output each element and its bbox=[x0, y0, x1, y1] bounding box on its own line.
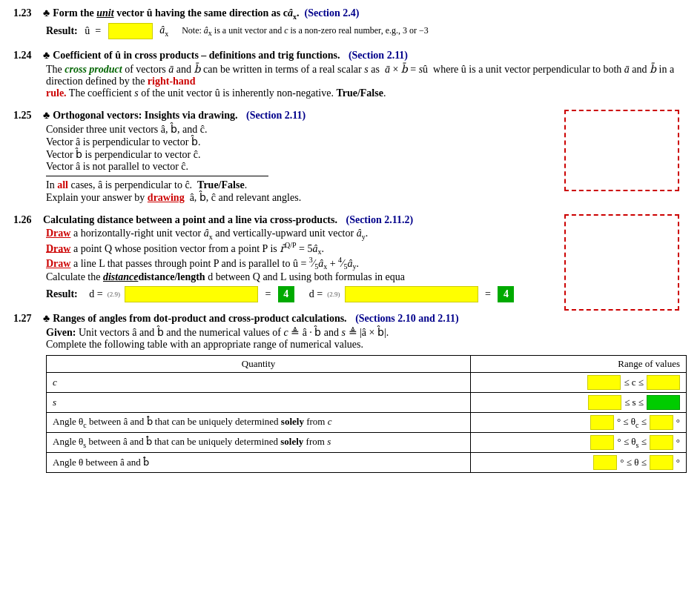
problem-1-24-text2: rule. The coefficient s of the unit vect… bbox=[46, 87, 687, 99]
problem-1-23-title: Form the unit vector û having the same d… bbox=[53, 7, 359, 21]
quantity-c: c bbox=[47, 372, 471, 392]
spade-icon-1-23: ♣ bbox=[43, 7, 50, 19]
answer-theta-s-max[interactable] bbox=[650, 435, 673, 450]
problem-1-27-header: 1.27 ♣ Ranges of angles from dot-product… bbox=[13, 313, 687, 325]
section-ref-1-26: (Section 2.11.2) bbox=[346, 214, 413, 226]
problem-1-26-title: Calculating distance between a point and… bbox=[43, 214, 337, 226]
drawing-box-1-25 bbox=[564, 110, 679, 191]
spade-icon-1-24: ♣ bbox=[43, 50, 50, 62]
problem-1-23: 1.23 ♣ Form the unit vector û having the… bbox=[13, 7, 687, 39]
problem-number-1-27: 1.27 bbox=[13, 313, 40, 325]
answer-s-min[interactable] bbox=[588, 395, 621, 410]
problem-number-1-23: 1.23 bbox=[13, 7, 40, 19]
problem-1-24-text: The cross product of vectors ā and b̄ ca… bbox=[46, 63, 687, 87]
problem-1-27-title: Ranges of angles from dot-product and cr… bbox=[53, 313, 346, 325]
answer-theta-min[interactable] bbox=[593, 455, 617, 470]
range-theta-c: ° ≤ θc ≤ ° bbox=[471, 412, 687, 432]
problem-number-1-24: 1.24 bbox=[13, 50, 40, 62]
divider-1-25 bbox=[46, 176, 268, 176]
problem-number-1-25: 1.25 bbox=[13, 110, 40, 122]
table-row-theta-s: Angle θs between â and b̂ that can be un… bbox=[47, 432, 687, 452]
problem-1-27-body: Given: Unit vectors â and b̂ and the num… bbox=[46, 326, 687, 473]
problem-1-24-header: 1.24 ♣ Coefficient of û in cross product… bbox=[13, 50, 687, 62]
section-ref-1-27: (Sections 2.10 and 2.11) bbox=[355, 313, 459, 325]
table-header-range: Range of values bbox=[471, 355, 687, 372]
range-table: Quantity Range of values c ≤ c ≤ bbox=[46, 355, 687, 473]
result-line-1-23: Result: û = âx Note: âx is a unit vector… bbox=[46, 23, 687, 39]
table-row-s: s ≤ s ≤ bbox=[47, 392, 687, 412]
range-c: ≤ c ≤ bbox=[471, 372, 687, 392]
answer-theta-c-min[interactable] bbox=[590, 415, 614, 430]
answer-c-max[interactable] bbox=[647, 375, 680, 390]
quantity-theta: Angle θ between â and b̂ bbox=[47, 452, 471, 472]
table-row-theta: Angle θ between â and b̂ ° ≤ θ ≤ ° bbox=[47, 452, 687, 472]
problem-1-24-body: The cross product of vectors ā and b̄ ca… bbox=[46, 63, 687, 99]
problem-1-24: 1.24 ♣ Coefficient of û in cross product… bbox=[13, 50, 687, 99]
section-ref-1-25: (Section 2.11) bbox=[246, 110, 306, 122]
problem-1-23-header: 1.23 ♣ Form the unit vector û having the… bbox=[13, 7, 687, 21]
answer-s-max[interactable] bbox=[647, 395, 680, 410]
drawing-box-1-26 bbox=[564, 214, 679, 311]
answer-box-1-26b[interactable] bbox=[345, 286, 478, 302]
problem-1-23-body: Result: û = âx Note: âx is a unit vector… bbox=[46, 23, 687, 39]
p125-line6: Explain your answer by drawing â, b̂, ĉ … bbox=[46, 191, 687, 204]
problem-number-1-26: 1.26 bbox=[13, 214, 40, 226]
section-ref-1-23: (Section 2.4) bbox=[305, 7, 360, 19]
range-theta-s: ° ≤ θs ≤ ° bbox=[471, 432, 687, 452]
table-row-c: c ≤ c ≤ bbox=[47, 372, 687, 392]
note-1-23: Note: âx is a unit vector and c is a non… bbox=[173, 25, 429, 37]
quantity-theta-s: Angle θs between â and b̂ that can be un… bbox=[47, 432, 471, 452]
p127-instruction: Complete the following table with an app… bbox=[46, 339, 687, 351]
problem-1-24-title: Coefficient of û in cross products – def… bbox=[53, 50, 340, 62]
problem-1-25-title: Orthogonal vectors: Insights via drawing… bbox=[53, 110, 237, 122]
answer-box-1-26a[interactable] bbox=[125, 286, 258, 302]
answer-theta-max[interactable] bbox=[650, 455, 673, 470]
section-ref-1-24: (Section 2.11) bbox=[349, 50, 408, 62]
quantity-theta-c: Angle θc between â and b̂ that can be un… bbox=[47, 412, 471, 432]
problem-1-25: 1.25 ♣ Orthogonal vectors: Insights via … bbox=[13, 110, 687, 204]
answer-box-1-23[interactable] bbox=[108, 23, 153, 39]
spade-icon-1-27: ♣ bbox=[43, 313, 50, 325]
problem-1-26: 1.26 Calculating distance between a poin… bbox=[13, 214, 687, 302]
range-s: ≤ s ≤ bbox=[471, 392, 687, 412]
table-row-theta-c: Angle θc between â and b̂ that can be un… bbox=[47, 412, 687, 432]
quantity-s: s bbox=[47, 392, 471, 412]
table-header-quantity: Quantity bbox=[47, 355, 471, 372]
spade-icon-1-25: ♣ bbox=[43, 110, 50, 122]
answer-c-min[interactable] bbox=[587, 375, 621, 390]
answer-green-1-26a: 4 bbox=[278, 286, 294, 302]
range-theta: ° ≤ θ ≤ ° bbox=[471, 452, 687, 472]
p127-given: Given: Unit vectors â and b̂ and the num… bbox=[46, 326, 687, 339]
answer-theta-c-max[interactable] bbox=[650, 415, 673, 430]
answer-green-1-26b: 4 bbox=[498, 286, 514, 302]
problem-1-27: 1.27 ♣ Ranges of angles from dot-product… bbox=[13, 313, 687, 473]
answer-theta-s-min[interactable] bbox=[590, 435, 614, 450]
